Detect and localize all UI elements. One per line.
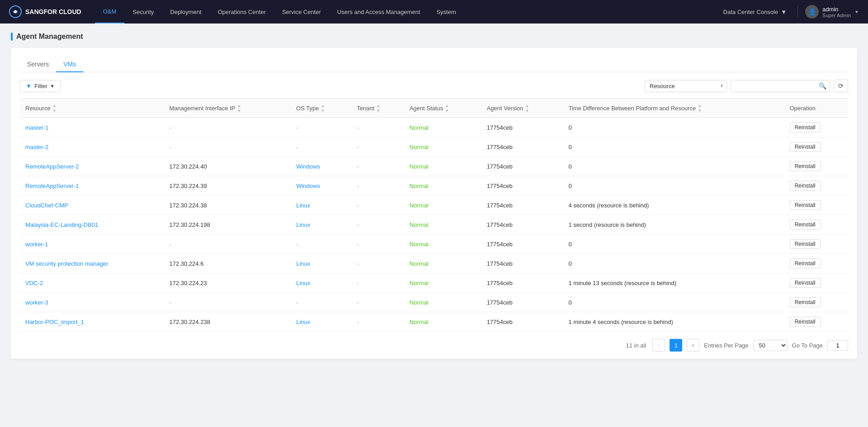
col-agent-status: Agent Status ▲▼ xyxy=(404,99,481,118)
sort-icon-resource[interactable]: ▲▼ xyxy=(52,103,57,113)
pagination-bar: 11 in all ‹ 1 › Entries Per Page 50 100 … xyxy=(20,332,848,352)
sort-icon-timediff[interactable]: ▲▼ xyxy=(698,103,702,113)
cell-op-5: Reinstall xyxy=(784,215,848,235)
cell-ip-7: 172.30.224.6 xyxy=(164,254,291,273)
col-os-type: OS Type ▲▼ xyxy=(291,99,351,118)
page-title-bar: Agent Management xyxy=(11,33,857,41)
search-input-wrap: 🔍 xyxy=(731,80,830,92)
reinstall-button-7[interactable]: Reinstall xyxy=(790,258,821,268)
reinstall-button-6[interactable]: Reinstall xyxy=(790,239,821,249)
tab-vms[interactable]: VMs xyxy=(56,57,83,72)
resource-link-9[interactable]: worker-3 xyxy=(25,299,48,306)
nav-item-service-center[interactable]: Service Center xyxy=(274,0,329,23)
console-label: Data Center Console xyxy=(723,9,778,15)
goto-page-input[interactable] xyxy=(827,340,848,351)
reinstall-button-0[interactable]: Reinstall xyxy=(790,122,821,132)
resource-link-1[interactable]: master-2 xyxy=(25,144,48,150)
reinstall-button-5[interactable]: Reinstall xyxy=(790,220,821,230)
cell-version-2: 17754ceb xyxy=(481,157,563,176)
nav-item-deployment[interactable]: Deployment xyxy=(162,0,209,23)
prev-page-button[interactable]: ‹ xyxy=(652,339,665,352)
reinstall-button-2[interactable]: Reinstall xyxy=(790,161,821,171)
table-row: worker-1 - - - Normal 17754ceb 0 Reinsta… xyxy=(20,235,848,254)
search-icon[interactable]: 🔍 xyxy=(819,82,826,89)
resource-link-0[interactable]: master-1 xyxy=(25,124,48,131)
sort-icon-ip[interactable]: ▲▼ xyxy=(237,103,241,113)
cell-tenant-5: - xyxy=(351,215,404,235)
table-row: master-1 - - - Normal 17754ceb 0 Reinsta… xyxy=(20,118,848,137)
cell-timediff-7: 0 xyxy=(563,254,784,273)
user-menu[interactable]: 👤 admin Super Admin ▼ xyxy=(805,5,859,19)
cell-tenant-2: - xyxy=(351,157,404,176)
resource-link-4[interactable]: CloudChef-CMP xyxy=(25,202,68,209)
cell-ip-4: 172.30.224.38 xyxy=(164,196,291,215)
col-tenant: Tenant ▲▼ xyxy=(351,99,404,118)
table-header-row: Resource ▲▼ Management Interface IP ▲▼ O… xyxy=(20,99,848,118)
nav-item-security[interactable]: Security xyxy=(124,0,162,23)
nav-item-om[interactable]: O&M xyxy=(95,0,125,23)
cell-tenant-9: - xyxy=(351,293,404,312)
search-input[interactable] xyxy=(731,80,830,92)
nav-item-users-access[interactable]: Users and Access Management xyxy=(329,0,429,23)
table-row: Malaysia-EC-Landing-DB01 172.30.224.198 … xyxy=(20,215,848,235)
filter-button[interactable]: ▼ Filter ▼ xyxy=(20,80,61,92)
cell-resource-8: VDC-2 xyxy=(20,273,164,293)
reinstall-button-9[interactable]: Reinstall xyxy=(790,297,821,307)
cell-ip-10: 172.30.224.238 xyxy=(164,312,291,332)
entries-per-page-select[interactable]: 50 100 200 xyxy=(753,340,788,351)
sort-icon-status[interactable]: ▲▼ xyxy=(445,103,449,113)
console-selector[interactable]: Data Center Console ▼ xyxy=(720,7,790,17)
nav-item-system[interactable]: System xyxy=(428,0,464,23)
reinstall-button-3[interactable]: Reinstall xyxy=(790,181,821,191)
cell-os-1: - xyxy=(291,137,351,157)
cell-ip-9: - xyxy=(164,293,291,312)
tab-servers[interactable]: Servers xyxy=(20,57,56,72)
user-text: admin Super Admin xyxy=(822,6,851,18)
cell-resource-6: worker-1 xyxy=(20,235,164,254)
page-number-1[interactable]: 1 xyxy=(670,339,682,352)
user-name: admin xyxy=(822,6,851,13)
sort-icon-tenant[interactable]: ▲▼ xyxy=(376,103,380,113)
reinstall-button-10[interactable]: Reinstall xyxy=(790,317,821,327)
svg-point-1 xyxy=(14,10,17,13)
logo-icon xyxy=(9,5,22,18)
filter-section: ▼ Filter ▼ xyxy=(20,80,61,92)
sort-icon-os[interactable]: ▲▼ xyxy=(321,103,325,113)
cell-op-0: Reinstall xyxy=(784,118,848,137)
total-count: 11 in all xyxy=(626,342,646,349)
cell-status-6: Normal xyxy=(404,235,481,254)
cell-resource-4: CloudChef-CMP xyxy=(20,196,164,215)
reinstall-button-1[interactable]: Reinstall xyxy=(790,142,821,152)
cell-resource-7: VM security protection manager xyxy=(20,254,164,273)
cell-os-6: - xyxy=(291,235,351,254)
cell-timediff-1: 0 xyxy=(563,137,784,157)
reinstall-button-4[interactable]: Reinstall xyxy=(790,200,821,210)
resource-link-5[interactable]: Malaysia-EC-Landing-DB01 xyxy=(25,221,98,228)
cell-status-5: Normal xyxy=(404,215,481,235)
resource-link-2[interactable]: RemoteAppServer-2 xyxy=(25,163,79,170)
search-category-select[interactable]: Resource Management Interface IP OS Type xyxy=(645,80,727,92)
nav-item-operations-center[interactable]: Operations Center xyxy=(210,0,274,23)
top-navigation: SANGFOR CLOUD O&M Security Deployment Op… xyxy=(0,0,868,23)
resource-link-6[interactable]: worker-1 xyxy=(25,241,48,248)
brand-logo[interactable]: SANGFOR CLOUD xyxy=(9,5,81,18)
cell-op-2: Reinstall xyxy=(784,157,848,176)
cell-tenant-6: - xyxy=(351,235,404,254)
cell-status-8: Normal xyxy=(404,273,481,293)
cell-op-10: Reinstall xyxy=(784,312,848,332)
reinstall-button-8[interactable]: Reinstall xyxy=(790,278,821,288)
resource-link-3[interactable]: RemoteAppServer-1 xyxy=(25,183,79,189)
resource-link-10[interactable]: Harbor-POC_import_1 xyxy=(25,319,84,325)
cell-status-3: Normal xyxy=(404,176,481,196)
cell-ip-6: - xyxy=(164,235,291,254)
next-page-button[interactable]: › xyxy=(687,339,699,352)
cell-status-0: Normal xyxy=(404,118,481,137)
cell-timediff-9: 0 xyxy=(563,293,784,312)
resource-link-8[interactable]: VDC-2 xyxy=(25,280,43,286)
table-row: worker-3 - - - Normal 17754ceb 0 Reinsta… xyxy=(20,293,848,312)
resource-link-7[interactable]: VM security protection manager xyxy=(25,260,108,267)
table-row: VM security protection manager 172.30.22… xyxy=(20,254,848,273)
refresh-button[interactable]: ⟳ xyxy=(834,80,848,92)
sort-icon-version[interactable]: ▲▼ xyxy=(525,103,529,113)
cell-os-10: Linux xyxy=(291,312,351,332)
